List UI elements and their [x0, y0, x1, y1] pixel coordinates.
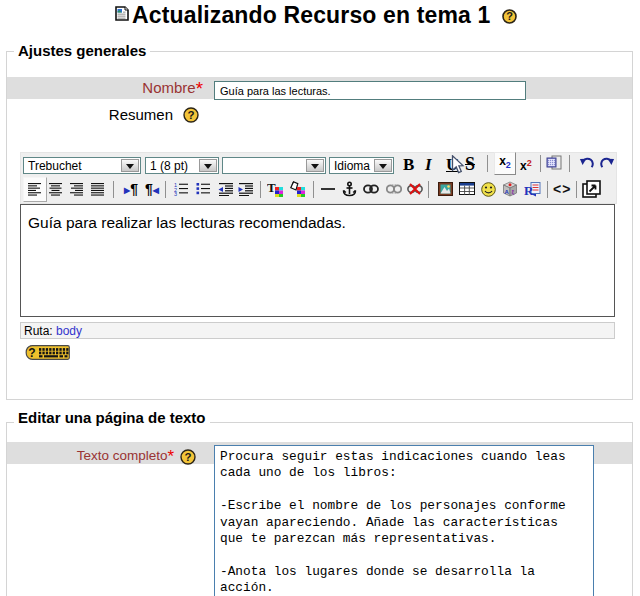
svg-text:A: A — [505, 189, 510, 195]
svg-text:R: R — [524, 183, 534, 198]
svg-text:ξ: ξ — [512, 189, 515, 196]
svg-text:T: T — [267, 181, 276, 195]
svg-text:?: ? — [187, 109, 194, 121]
svg-text:?: ? — [184, 451, 191, 463]
svg-text:?: ? — [28, 346, 35, 360]
svg-text:?: ? — [506, 10, 513, 22]
svg-text:3: 3 — [174, 191, 177, 196]
